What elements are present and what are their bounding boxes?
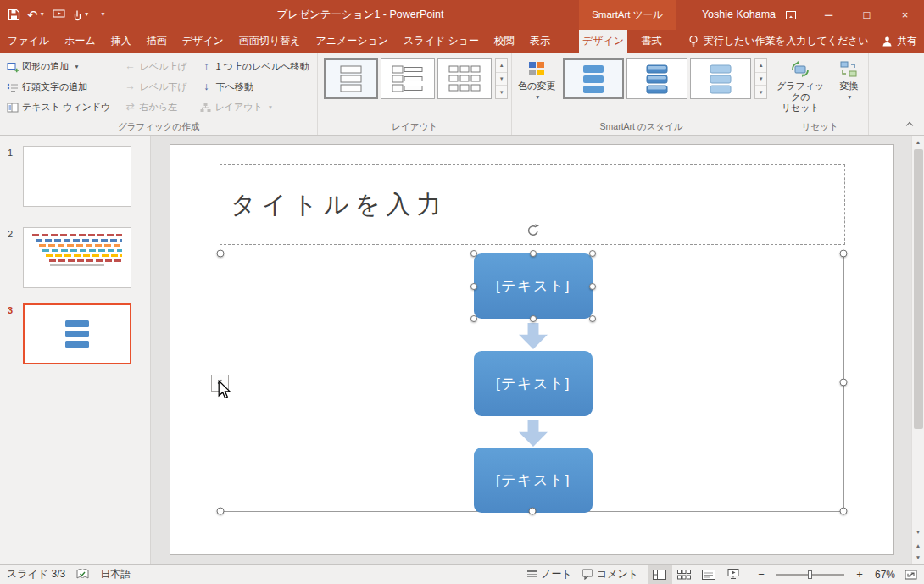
tab-home[interactable]: ホーム [57,30,103,53]
slide-1-thumbnail[interactable] [23,146,131,207]
text-pane-button[interactable]: テキスト ウィンドウ [5,98,112,116]
node-handle-top-left[interactable] [470,250,477,257]
layout-dropdown-icon: ▼ [268,104,273,110]
tab-draw[interactable]: 描画 [139,30,175,53]
tab-insert[interactable]: 挿入 [103,30,139,53]
slide-2-thumbnail[interactable] [23,227,131,288]
scrollbar-up-icon[interactable]: ▲ [912,139,924,145]
frame-handle-top-left[interactable] [217,250,225,258]
style-scroll-down-icon[interactable]: ▼ [755,73,766,86]
style-option-3[interactable] [690,58,751,99]
tab-review[interactable]: 校閲 [487,30,522,53]
frame-handle-bottom-left[interactable] [217,508,225,515]
add-bullet-button[interactable]: 行頭文字の追加 [5,78,112,96]
reading-view-button[interactable] [697,565,721,584]
slideshow-view-button[interactable] [721,565,746,584]
zoom-slider[interactable] [776,570,844,580]
add-bullet-icon [7,81,19,93]
touch-mouse-mode-button[interactable]: ▼ [69,3,92,27]
scrollbar-thumb[interactable] [914,149,923,429]
layout-button[interactable]: レイアウト ▼ [198,98,310,116]
layout-option-3[interactable] [437,58,492,99]
tab-smartart-design[interactable]: デザイン [579,30,627,53]
smartart-node-3[interactable]: [テキスト] [474,448,593,513]
tab-file[interactable]: ファイル [0,30,57,53]
node-handle-mid-right[interactable] [589,283,596,290]
reset-graphic-label-line2: リセット [782,103,820,114]
fit-to-window-button[interactable] [905,570,917,580]
zoom-out-button[interactable]: − [755,568,767,581]
collapse-ribbon-button[interactable] [902,118,917,130]
smartart-node-2[interactable]: [テキスト] [474,351,593,416]
normal-view-button[interactable] [648,565,672,584]
slide-canvas[interactable]: タイトルを入力 [テキスト] [170,144,894,555]
node-handle-mid-left[interactable] [470,283,477,290]
editor-scrollbar[interactable]: ▲ ▼ ▲ ▼ [911,136,924,564]
demote-button[interactable]: → レベル下げ [122,78,188,96]
frame-handle-mid-right[interactable] [840,379,848,387]
right-to-left-button[interactable]: ⇄ 右から左 [122,98,188,116]
node-handle-bottom-left[interactable] [470,315,477,322]
node-handle-bottom-right[interactable] [589,315,596,322]
maximize-button[interactable]: □ [848,0,886,30]
smartart-node-1[interactable]: [テキスト] [474,253,593,319]
next-slide-icon[interactable]: ▼ [912,554,924,560]
move-down-button[interactable]: ↓ 下へ移動 [198,78,310,96]
layout-option-1[interactable] [324,58,378,99]
previous-slide-icon[interactable]: ▲ [912,542,924,548]
tell-me-box[interactable]: 実行したい作業を入力してください [688,30,869,53]
frame-handle-top-right[interactable] [840,250,848,258]
move-up-button[interactable]: ↑ 1 つ上のレベルへ移動 [198,58,310,75]
change-colors-button[interactable]: 色の変更 ▼ [512,53,561,103]
layout-gallery-more-icon[interactable]: ▼ [496,86,507,98]
scrollbar-down-icon[interactable]: ▼ [912,529,924,535]
layout-option-2[interactable] [381,58,435,99]
ribbon-display-options-button[interactable] [771,0,810,30]
style-option-1[interactable] [563,58,624,99]
convert-button[interactable]: 変換 ▼ [829,53,868,103]
frame-handle-bottom-center[interactable] [528,508,536,515]
reset-graphic-button[interactable]: グラフィックの リセット [771,53,829,114]
style-scroll-up-icon[interactable]: ▲ [755,59,766,73]
node-handle-top-center[interactable] [530,250,537,257]
frame-handle-bottom-right[interactable] [840,508,848,515]
proofing-button[interactable] [76,569,89,580]
start-from-beginning-button[interactable] [48,3,69,27]
zoom-slider-thumb[interactable] [808,570,812,579]
slide-sorter-view-button[interactable] [672,565,697,584]
layout-scroll-up-icon[interactable]: ▲ [496,59,507,73]
slide-3-thumbnail[interactable] [23,303,131,364]
layout-scroll-down-icon[interactable]: ▼ [496,73,507,86]
layout-thumb-grid [448,64,481,94]
node-handle-bottom-center[interactable] [530,315,537,322]
tab-design[interactable]: デザイン [175,30,231,53]
style-gallery-more-icon[interactable]: ▼ [755,86,766,98]
save-button[interactable] [3,3,24,27]
tab-transitions[interactable]: 画面切り替え [231,30,309,53]
rotate-icon [526,223,541,237]
notes-button[interactable]: ノート [526,567,572,581]
account-name[interactable]: Yoshie Kohama [702,0,776,30]
smartart-connector-arrow-1[interactable] [519,323,548,349]
customize-qat-button[interactable]: ▼ [92,3,113,27]
undo-button[interactable]: ↶ ▼ [24,3,48,27]
tab-smartart-format[interactable]: 書式 [627,30,676,53]
minimize-button[interactable]: ─ [810,0,848,30]
zoom-level[interactable]: 67% [875,569,895,581]
close-button[interactable]: × [886,0,924,30]
zoom-in-button[interactable]: + [854,568,866,581]
share-button[interactable]: 共有 [882,30,917,53]
proofing-icon [76,569,89,580]
rotate-handle[interactable] [526,223,541,241]
promote-button[interactable]: ← レベル上げ [122,58,188,75]
tab-slideshow[interactable]: スライド ショー [396,30,487,53]
add-shape-button[interactable]: 図形の追加 ▼ [5,58,112,75]
comments-button[interactable]: コメント [582,567,638,581]
style-option-2[interactable] [626,58,687,99]
smartart-connector-arrow-2[interactable] [519,420,548,447]
tab-view[interactable]: 表示 [522,30,558,53]
language-indicator[interactable]: 日本語 [100,567,131,581]
node-handle-top-right[interactable] [589,250,596,257]
smartart-selection-frame[interactable]: [テキスト] [220,253,844,512]
tab-animations[interactable]: アニメーション [308,30,396,53]
